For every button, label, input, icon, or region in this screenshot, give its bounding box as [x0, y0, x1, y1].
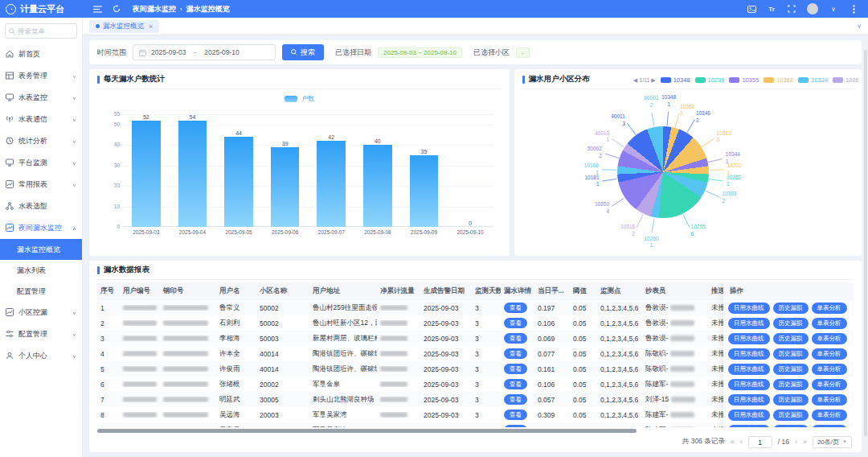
first-page-button[interactable]: « — [731, 438, 735, 446]
op-button-单表分析[interactable]: 单表分析 — [812, 303, 847, 314]
op-button-历史漏损[interactable]: 历史漏损 — [773, 333, 809, 344]
tab-close-icon[interactable]: × — [149, 23, 153, 31]
view-detail-button[interactable]: 查看 — [504, 348, 527, 359]
bar-value-label: 39 — [282, 141, 289, 146]
sidebar-item-表务管理[interactable]: 表务管理∨ — [0, 65, 82, 87]
title-accent — [522, 76, 525, 84]
column-header-生成告警日期: 生成告警日期 — [420, 286, 472, 296]
next-page-button[interactable]: › — [795, 438, 797, 446]
selected-community-label: 已选择小区 — [473, 47, 510, 58]
op-button-单表分析[interactable]: 单表分析 — [812, 425, 847, 428]
view-detail-button[interactable]: 查看 — [504, 318, 527, 328]
bar-value-label: 54 — [190, 114, 196, 120]
chevron-down-icon[interactable]: ∨ — [829, 4, 838, 14]
font-size-icon[interactable]: Tr — [767, 4, 776, 14]
sidebar-subitem-配置管理[interactable]: 配置管理 — [0, 281, 82, 302]
pie-legend-item-10324[interactable]: 10324 — [798, 76, 828, 84]
page-number-input[interactable]: 1 — [748, 436, 772, 448]
tab-leak-overview[interactable]: 漏水监控概览 × — [89, 20, 159, 33]
op-button-历史漏损[interactable]: 历史漏损 — [773, 394, 809, 406]
pie-legend-item-10365[interactable]: 10365 — [833, 76, 858, 84]
sidebar-subitem-漏水列表[interactable]: 漏水列表 — [0, 260, 82, 281]
op-button-日用水曲线[interactable]: 日用水曲线 — [728, 425, 770, 428]
content: 时间范围 2025-09-03 - 2025-09-10 搜索 已选择日期 20… — [83, 35, 868, 457]
op-button-日用水曲线[interactable]: 日用水曲线 — [728, 303, 770, 314]
last-page-button[interactable]: » — [803, 438, 807, 446]
view-detail-button[interactable]: 查看 — [504, 333, 527, 344]
breadcrumb-item[interactable]: 漏水监控概览 — [186, 4, 230, 14]
sidebar-item-平台监测[interactable]: 平台监测∨ — [0, 152, 82, 174]
op-button-历史漏损[interactable]: 历史漏损 — [773, 303, 809, 314]
op-button-单表分析[interactable]: 单表分析 — [812, 333, 847, 344]
op-button-单表分析[interactable]: 单表分析 — [812, 364, 847, 375]
tabbar-chevron-down-icon[interactable]: ∨ — [857, 23, 862, 30]
op-button-日用水曲线[interactable]: 日用水曲线 — [728, 364, 770, 375]
cell-community: 50002 — [256, 319, 309, 327]
collapse-menu-icon[interactable] — [92, 4, 102, 14]
op-button-历史漏损[interactable]: 历史漏损 — [773, 364, 809, 375]
pie-label-line — [708, 159, 723, 163]
pie-legend-item-10355[interactable]: 10355 — [729, 76, 759, 84]
view-detail-button[interactable]: 查看 — [504, 425, 527, 427]
view-detail-button[interactable]: 查看 — [504, 303, 527, 313]
op-button-历史漏损[interactable]: 历史漏损 — [773, 348, 809, 360]
legend-prev-icon[interactable]: ◀ — [633, 77, 637, 84]
op-button-历史漏损[interactable]: 历史漏损 — [773, 379, 809, 390]
view-detail-button[interactable]: 查看 — [504, 364, 527, 374]
op-button-单表分析[interactable]: 单表分析 — [812, 410, 847, 421]
prev-page-button[interactable]: ‹ — [740, 438, 743, 446]
x-tick-label: 2025-09-05 — [215, 229, 262, 235]
page-size-select[interactable]: 20条/页 ▼ — [813, 436, 852, 448]
op-button-历史漏损[interactable]: 历史漏损 — [773, 410, 809, 421]
sidebar-item-水表监控[interactable]: 水表监控∨ — [0, 87, 82, 109]
op-button-单表分析[interactable]: 单表分析 — [812, 394, 847, 406]
screenshot-icon[interactable] — [747, 4, 756, 14]
sidebar-search[interactable] — [5, 23, 77, 39]
sidebar-item-配置管理[interactable]: 配置管理∨ — [0, 323, 82, 345]
date-range-input[interactable]: 2025-09-03 - 2025-09-10 — [133, 44, 276, 60]
pie-legend-item-10348[interactable]: 10348 — [661, 76, 690, 84]
bar-chart-legend[interactable]: 户数 — [97, 94, 502, 103]
horizontal-scrollbar-thumb[interactable] — [97, 429, 637, 433]
op-button-历史漏损[interactable]: 历史漏损 — [773, 318, 809, 329]
sidebar-item-水表通信[interactable]: 水表通信∨ — [0, 109, 82, 130]
sidebar-item-夜间漏水监控[interactable]: 夜间漏水监控∧ — [0, 217, 82, 239]
breadcrumb-item[interactable]: 夜间漏水监控 — [133, 4, 176, 14]
op-button-单表分析[interactable]: 单表分析 — [812, 348, 847, 360]
op-button-单表分析[interactable]: 单表分析 — [812, 318, 847, 329]
sidebar-item-小区控漏[interactable]: 小区控漏∨ — [0, 302, 82, 323]
view-detail-button[interactable]: 查看 — [504, 379, 527, 389]
sidebar-item-水表选型[interactable]: 水表选型 — [0, 196, 82, 217]
vertical-scrollbar[interactable] — [864, 50, 867, 436]
operation-row: 日用水曲线历史漏损单表分析 — [723, 300, 854, 315]
op-button-单表分析[interactable]: 单表分析 — [812, 379, 847, 390]
cell-index: 6 — [97, 381, 120, 389]
sidebar-subitem-漏水监控概览[interactable]: 漏水监控概览 — [0, 239, 82, 260]
fullscreen-icon[interactable] — [787, 4, 796, 14]
op-button-日用水曲线[interactable]: 日用水曲线 — [728, 394, 770, 406]
kebab-menu-icon[interactable] — [849, 4, 858, 14]
op-button-历史漏损[interactable]: 历史漏损 — [773, 425, 809, 428]
op-button-日用水曲线[interactable]: 日用水曲线 — [728, 318, 770, 329]
sidebar-item-统计分析[interactable]: 统计分析∨ — [0, 130, 82, 152]
cell-user-no — [120, 351, 160, 356]
sidebar-item-新首页[interactable]: 新首页 — [0, 43, 82, 65]
view-detail-button[interactable]: 查看 — [504, 410, 527, 420]
sidebar-item-常用报表[interactable]: 常用报表∨ — [0, 174, 82, 196]
cell-push-status: 未推送 — [708, 364, 723, 374]
legend-next-icon[interactable]: ▶ — [651, 77, 655, 84]
pie-legend-item-10368[interactable]: 10368 — [764, 76, 793, 84]
refresh-icon[interactable] — [112, 4, 121, 14]
avatar[interactable] — [807, 3, 818, 14]
op-button-日用水曲线[interactable]: 日用水曲线 — [728, 333, 770, 344]
op-button-日用水曲线[interactable]: 日用水曲线 — [728, 379, 770, 390]
pie-legend-item-10239[interactable]: 10239 — [695, 76, 725, 84]
op-button-日用水曲线[interactable]: 日用水曲线 — [728, 410, 770, 421]
op-button-日用水曲线[interactable]: 日用水曲线 — [728, 348, 770, 360]
view-detail-button[interactable]: 查看 — [504, 394, 527, 405]
search-button[interactable]: 搜索 — [282, 44, 324, 60]
cell-reader: 陈建军- — [642, 380, 708, 389]
bar: 0 — [447, 114, 493, 227]
sidebar-item-个人中心[interactable]: 个人中心∨ — [0, 345, 82, 367]
search-input[interactable] — [18, 27, 73, 35]
